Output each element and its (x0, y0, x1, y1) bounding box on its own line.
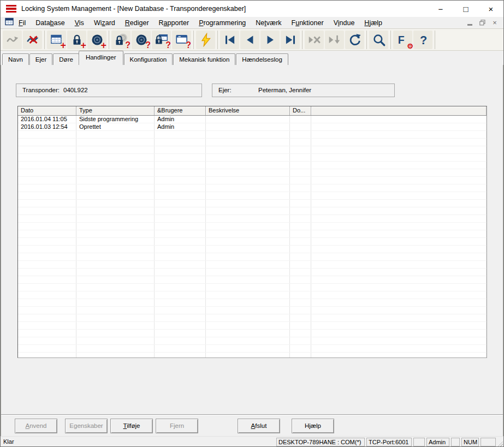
menu-wizard[interactable]: Wizard (89, 17, 120, 28)
table-cell-filler (311, 261, 487, 268)
table-cell (76, 223, 155, 230)
toolbar-delete-jump-arrow-button[interactable] (23, 31, 42, 49)
toolbar-filter-button[interactable]: F⚙ (393, 31, 412, 49)
status-panel-5 (451, 438, 460, 446)
document-icon[interactable] (5, 17, 14, 28)
table-row-empty (18, 177, 487, 184)
table-cell (76, 169, 155, 176)
toolbar-next-record-button[interactable] (260, 31, 280, 49)
column-header[interactable]: Beskrivelse (206, 106, 290, 115)
table-cell (290, 314, 311, 321)
user-panel: Admin (426, 438, 449, 446)
table-cell-filler (311, 246, 487, 253)
column-header[interactable]: &Brugere (155, 106, 206, 115)
table-cell (18, 184, 76, 192)
table-row-empty (18, 223, 487, 230)
hjaelp-button[interactable]: Hjælp (292, 419, 334, 433)
column-header[interactable]: Dato (18, 106, 76, 115)
table-row-empty (18, 269, 487, 276)
toolbar-read-lock-button[interactable]: ? (111, 31, 131, 49)
menu-programmering[interactable]: Programmering (194, 17, 251, 28)
table-cell (206, 116, 290, 123)
mdi-minimize-button[interactable] (465, 19, 474, 27)
tab-konfiguration[interactable]: Konfiguration (124, 53, 173, 65)
menu-rapporter[interactable]: Rapporter (154, 17, 194, 28)
menu-rediger[interactable]: Rediger (120, 17, 154, 28)
table-cell (18, 223, 76, 230)
toolbar-read-network-button[interactable]: ? (172, 31, 191, 49)
tab-handlinger[interactable]: Handlinger (79, 51, 123, 65)
last-record-icon (283, 33, 298, 47)
tab-doere[interactable]: Døre (53, 53, 79, 65)
table-cell (206, 337, 290, 344)
table-cell (206, 314, 290, 321)
close-button[interactable]: × (478, 1, 503, 17)
search-icon (372, 33, 386, 47)
tilfoeje-button[interactable]: Tilføje (110, 419, 153, 433)
app-logo-icon (6, 5, 16, 13)
table-cell (76, 162, 155, 169)
menu-vindue[interactable]: Vindue (329, 17, 360, 28)
new-lock-overlay-icon: + (80, 40, 86, 50)
table-cell (290, 284, 311, 291)
toolbar-new-locking-system-button[interactable]: + (47, 31, 66, 49)
table-row-empty (18, 154, 487, 162)
table-row-empty (18, 207, 487, 215)
tab-navn[interactable]: Navn (2, 53, 29, 65)
menu-fil[interactable]: Fil (14, 17, 31, 28)
menu-funktioner[interactable]: Funktioner (287, 17, 329, 28)
table-cell (76, 200, 155, 207)
table-cell-filler (311, 146, 487, 153)
toolbar-search-button[interactable] (369, 31, 388, 49)
table-cell (18, 261, 76, 268)
document-icon (5, 17, 14, 26)
table-cell-filler (311, 284, 487, 291)
minimize-button[interactable]: − (428, 1, 453, 17)
table-row[interactable]: 2016.01.04 11:05Sidste programmeringAdmi… (18, 116, 487, 123)
table-cell (290, 184, 311, 192)
toolbar-first-record-button[interactable] (220, 31, 239, 49)
column-header[interactable]: Do... (290, 106, 311, 115)
table-cell (206, 238, 290, 245)
toolbar-last-record-button[interactable] (281, 31, 300, 49)
mdi-restore-button[interactable] (478, 19, 487, 27)
table-cell (155, 307, 206, 314)
table-cell (155, 253, 206, 260)
menu-vis[interactable]: Vis (70, 17, 89, 28)
table-row[interactable]: 2016.01.03 12:54OprettetAdmin (18, 123, 487, 131)
table-cell (206, 322, 290, 329)
owner-label: Ejer: (218, 84, 232, 97)
toolbar-read-mifare-button[interactable]: ? (152, 31, 171, 49)
table-cell-filler (311, 116, 487, 123)
table-cell-filler (311, 215, 487, 222)
table-cell (76, 230, 155, 237)
table-cell-filler (311, 207, 487, 214)
table-cell (76, 353, 155, 358)
afslut-button[interactable]: Afslut (238, 419, 280, 433)
table-cell: Admin (155, 116, 206, 123)
toolbar-help-button[interactable]: ? (413, 31, 432, 49)
column-header[interactable]: Type (76, 106, 155, 115)
toolbar-refresh-button[interactable] (345, 31, 364, 49)
table-cell (290, 322, 311, 329)
tab-mekanisk-funktion[interactable]: Mekanisk funktion (173, 53, 235, 65)
menu-database[interactable]: Database (31, 17, 70, 28)
tab-haendelseslog[interactable]: Hændelseslog (236, 53, 288, 65)
maximize-button[interactable]: □ (453, 1, 478, 17)
toolbar-previous-record-button[interactable] (240, 31, 259, 49)
tab-ejer[interactable]: Ejer (29, 53, 52, 65)
toolbar-new-lock-button[interactable]: + (67, 31, 86, 49)
table-cell (155, 291, 206, 299)
table-cell-filler (311, 154, 487, 161)
table-cell (76, 207, 155, 214)
menu-netvaerk[interactable]: Netværk (251, 17, 286, 28)
toolbar-program-button[interactable] (196, 31, 215, 49)
toolbar-new-transponder-button[interactable]: + (87, 31, 106, 49)
table-cell (206, 230, 290, 237)
table-cell (206, 269, 290, 276)
read-mifare-overlay-icon: ? (165, 41, 171, 50)
toolbar-read-transponder-button[interactable]: ? (132, 31, 151, 49)
menu-hjaelp[interactable]: Hjælp (359, 17, 387, 28)
table-cell (18, 330, 76, 337)
mdi-close-button[interactable]: × (490, 19, 499, 27)
